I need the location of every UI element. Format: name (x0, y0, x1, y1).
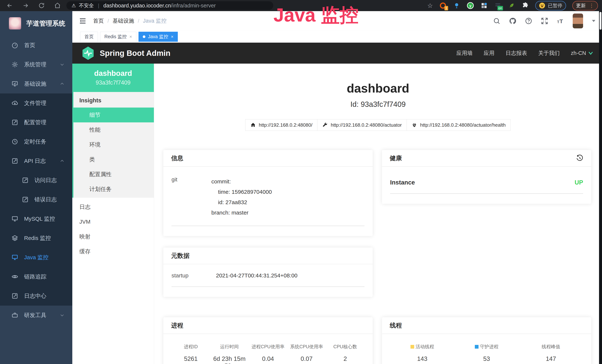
sba-logo-icon (81, 46, 95, 60)
annotation-java-monitor: Java 监控 (273, 3, 359, 28)
extension-grid-icon[interactable] (480, 2, 488, 9)
sidebar-item-config-management[interactable]: 配置管理 (0, 113, 72, 132)
fullscreen-icon[interactable] (541, 17, 548, 25)
service-url-button[interactable]: http://192.168.0.2:48080/ (245, 119, 317, 131)
metric-system-cpu: 系统CPU使用率 0.07 (287, 344, 326, 364)
sidebar-item-infrastructure[interactable]: 基础设施 (0, 74, 72, 94)
address-bar[interactable]: ⚠ 不安全 | dashboard.yudao.iocoder.cn/infra… (66, 1, 273, 10)
profile-paused-badge[interactable]: 已暂停 (535, 1, 566, 11)
sidebar-item-dev-tools[interactable]: 研发工具 (0, 306, 72, 325)
extension-leaf-icon[interactable] (508, 2, 515, 9)
window-scrollbar[interactable] (599, 11, 602, 364)
sba-brand[interactable]: Spring Boot Admin (81, 46, 170, 60)
sba-nav-about[interactable]: 关于我们 (538, 50, 560, 57)
sba-item-environment[interactable]: 环境 (74, 137, 154, 152)
sidebar-item-home[interactable]: 首页 (0, 36, 72, 55)
insights-label: Insights (74, 92, 154, 107)
dashboard-icon (11, 42, 18, 49)
sba-item-caches[interactable]: 缓存 (72, 244, 154, 259)
threads-metrics: 活动线程 143 守护进程 53 线程峰值 147 (390, 344, 583, 362)
scrollbar-thumb[interactable] (600, 12, 602, 30)
log-edit-icon (22, 177, 29, 183)
hamburger-icon[interactable] (79, 18, 86, 24)
tag-tabs-bar: 首页 Redis 监控 × Java 监控 × (72, 31, 602, 43)
sba-item-classes[interactable]: 类 (74, 152, 154, 167)
breadcrumb-infrastructure[interactable]: 基础设施 (113, 17, 134, 25)
security-label: 不安全 (79, 2, 94, 9)
startup-value: 2021-04-27T00:44:31.254+08:00 (216, 272, 298, 279)
github-icon[interactable] (509, 17, 516, 25)
legend-swatch-daemon (475, 345, 479, 349)
health-url-button[interactable]: http://192.168.0.2:48080/actuator/health (407, 119, 511, 131)
extension-pin-icon[interactable] (453, 2, 460, 9)
tab-java-monitor[interactable]: Java 监控 × (139, 32, 178, 42)
sba-item-details[interactable]: 细节 (74, 107, 154, 122)
sba-item-logs[interactable]: 日志 (72, 200, 154, 214)
sidebar-item-access-logs[interactable]: 访问日志 (0, 171, 72, 190)
info-git-row: git commit: time: 1596289704000 id: 27aa… (172, 176, 365, 226)
instance-links: http://192.168.0.2:48080/ http://192.168… (154, 119, 602, 131)
edit-icon (11, 119, 18, 126)
extension-y-circle-icon[interactable]: y (467, 2, 474, 9)
search-icon[interactable] (493, 17, 500, 25)
close-icon[interactable]: × (129, 34, 132, 39)
monitor-icon (11, 254, 18, 261)
process-metrics: 进程ID 5261 运行时间 6d 23h 15m 59s 进程CPU使用率 0… (172, 344, 365, 364)
tab-redis-monitor[interactable]: Redis 监控 × (100, 32, 136, 42)
sidebar-item-scheduled-jobs[interactable]: 定时任务 (0, 132, 72, 151)
history-icon[interactable] (576, 154, 583, 162)
locale-selector[interactable]: zh-CN (571, 50, 593, 56)
sba-nav-journal[interactable]: 日志报表 (505, 50, 527, 57)
extensions-puzzle-icon[interactable] (522, 2, 529, 9)
tab-home[interactable]: 首页 (80, 32, 98, 42)
sidebar-item-file-management[interactable]: 文件管理 (0, 94, 72, 113)
breadcrumb-current: Java 监控 (143, 17, 166, 25)
metric-uptime: 运行时间 6d 23h 15m 59s (210, 344, 249, 364)
extension-colorzilla-icon[interactable]: 1 (439, 2, 447, 9)
legend-swatch-live (410, 345, 414, 349)
sidebar-item-tracing[interactable]: 链路追踪 (0, 267, 72, 286)
sidebar-item-java-monitor[interactable]: Java 监控 (0, 248, 72, 267)
metric-daemon-threads: 守护进程 53 (454, 344, 519, 362)
back-icon[interactable] (6, 2, 13, 9)
sba-nav-wallboard[interactable]: 应用墙 (456, 50, 473, 57)
font-size-icon[interactable]: TT (557, 17, 564, 25)
help-icon[interactable] (525, 17, 532, 25)
sba-item-jvm[interactable]: JVM (72, 214, 154, 229)
avatar-caret-icon[interactable] (592, 20, 596, 22)
sidebar-item-system[interactable]: 系统管理 (0, 55, 72, 74)
forward-icon[interactable] (22, 2, 29, 9)
breadcrumb-home[interactable]: 首页 (93, 17, 104, 25)
home-icon[interactable] (54, 2, 61, 9)
log-edit-icon (11, 293, 18, 299)
app-logo-row[interactable]: 芋道管理系统 (0, 11, 72, 36)
active-dot (143, 35, 145, 38)
sba-item-scheduled-tasks[interactable]: 计划任务 (74, 182, 154, 197)
eye-icon (11, 273, 18, 280)
chevron-down-icon (60, 62, 64, 67)
close-icon[interactable]: × (171, 34, 173, 39)
home-icon (250, 122, 256, 128)
sidebar-item-log-center[interactable]: 日志中心 (0, 286, 72, 306)
instance-header[interactable]: dashboard 93a3fc7f7409 (72, 64, 154, 92)
instance-id-subtitle: Id: 93a3fc7f7409 (154, 100, 602, 108)
sidebar-item-redis-monitor[interactable]: Redis 监控 (0, 228, 72, 248)
extension-switch-icon[interactable]: on (494, 2, 502, 9)
chevron-down-icon (60, 313, 64, 318)
sidebar-item-error-logs[interactable]: 错误日志 (0, 190, 72, 209)
sba-item-metrics[interactable]: 性能 (74, 122, 154, 137)
wrench-icon (322, 122, 328, 128)
sba-item-config-props[interactable]: 配置属性 (74, 167, 154, 182)
sba-item-mappings[interactable]: 映射 (72, 229, 154, 244)
sidebar-item-mysql-monitor[interactable]: MySQL 监控 (0, 209, 72, 228)
reload-icon[interactable] (38, 2, 45, 9)
browser-update-button[interactable]: 更新 ⋮ (572, 1, 598, 11)
sidebar-item-api-logs[interactable]: API 日志 (0, 151, 72, 171)
status-badge: UP (575, 179, 583, 186)
sba-nav-applications[interactable]: 应用 (484, 50, 494, 57)
breadcrumb: 首页 / 基础设施 / Java 监控 (93, 17, 166, 25)
bookmark-star-icon[interactable]: ☆ (427, 2, 433, 9)
actuator-url-button[interactable]: http://192.168.0.2:48080/actuator (317, 119, 407, 131)
browser-menu-icon[interactable]: ⋮ (589, 3, 594, 9)
user-avatar[interactable] (573, 13, 583, 28)
